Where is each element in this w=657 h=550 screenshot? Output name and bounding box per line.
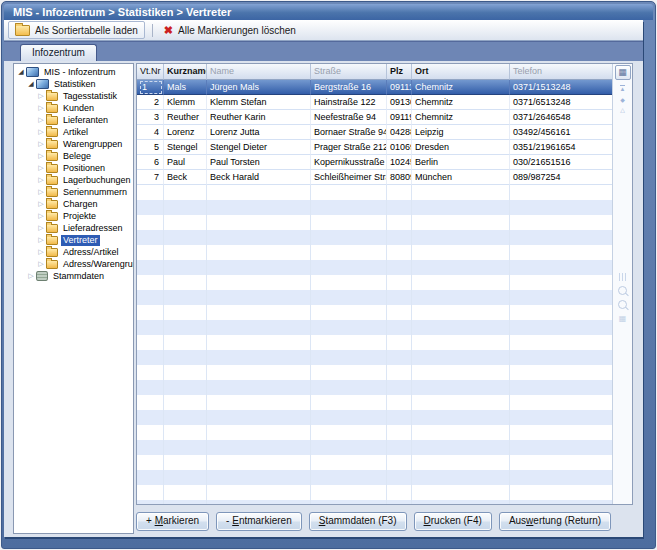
load-sort-table-button[interactable]: Als Sortiertabelle laden: [8, 21, 145, 39]
markieren-button[interactable]: + Markieren: [136, 512, 209, 531]
tree-item-vertreter[interactable]: ▷Vertreter: [14, 234, 133, 246]
expand-arrow-icon[interactable]: ▷: [37, 116, 45, 124]
scroll-to-top-icon[interactable]: ▲: [620, 85, 626, 93]
expand-arrow-icon[interactable]: ▷: [37, 140, 45, 148]
empty-cell: [207, 245, 311, 260]
column-header-plz[interactable]: Plz: [387, 64, 412, 80]
scrollbar-thumb[interactable]: [619, 273, 626, 281]
column-header-name[interactable]: Name: [207, 64, 311, 80]
expand-arrow-icon[interactable]: ▷: [37, 164, 45, 172]
empty-cell: [387, 335, 412, 350]
folder-icon: [46, 152, 58, 161]
table-row[interactable]: 6PaulPaul TorstenKopernikusstraße 471024…: [137, 155, 613, 170]
expand-arrow-icon[interactable]: ▷: [27, 272, 35, 280]
tree-item-stammdaten[interactable]: ▷Stammdaten: [14, 270, 133, 282]
empty-row: [137, 380, 613, 395]
column-header-kurzname[interactable]: Kurzname: [164, 64, 207, 80]
tree-item-adress-artikel[interactable]: ▷Adress/Artikel: [14, 246, 133, 258]
clear-marks-button[interactable]: ✖ Alle Markierungen löschen: [160, 25, 300, 36]
auswertung-return-button[interactable]: Auswertung (Return): [499, 512, 611, 531]
position-marker-icon[interactable]: ◆: [620, 97, 625, 103]
grid-nav-icons: ▲ ◆ △: [620, 85, 626, 113]
column-header-stra-e[interactable]: Straße: [311, 64, 387, 80]
tree-item-lagerbuchungen[interactable]: ▷Lagerbuchungen: [14, 174, 133, 186]
tree-item-tagesstatistik[interactable]: ▷Tagesstatistik: [14, 90, 133, 102]
tree: ◢MIS - Infozentrum◢Statistiken▷Tagesstat…: [13, 63, 134, 534]
tab-infozentrum[interactable]: Infozentrum: [20, 44, 97, 61]
column-header-vt-nr[interactable]: Vt.Nr▼: [137, 64, 164, 80]
tree-item-mis-infozentrum[interactable]: ◢MIS - Infozentrum: [14, 66, 133, 78]
cell-plz: 10245: [387, 155, 412, 170]
column-header-ort[interactable]: Ort: [412, 64, 510, 80]
tree-item-belege[interactable]: ▷Belege: [14, 150, 133, 162]
cell-kurzname: Stengel: [164, 140, 207, 155]
tree-item-artikel[interactable]: ▷Artikel: [14, 126, 133, 138]
column-header-telefon[interactable]: Telefon: [510, 64, 613, 80]
tree-item-seriennummern[interactable]: ▷Seriennummern: [14, 186, 133, 198]
empty-cell: [311, 395, 387, 410]
empty-cell: [387, 260, 412, 275]
entmarkieren-button[interactable]: - Entmarkieren: [216, 512, 302, 531]
expand-arrow-icon[interactable]: ▷: [37, 128, 45, 136]
expand-arrow-icon[interactable]: ▷: [37, 200, 45, 208]
empty-cell: [164, 470, 207, 485]
empty-cell: [510, 185, 613, 200]
tree-item-kunden[interactable]: ▷Kunden: [14, 102, 133, 114]
column-chooser-icon[interactable]: ▦: [615, 65, 631, 80]
empty-cell: [207, 320, 311, 335]
expand-arrow-icon[interactable]: ▷: [37, 260, 45, 268]
empty-row: [137, 215, 613, 230]
expand-arrow-icon[interactable]: ▷: [37, 92, 45, 100]
table-view-icon[interactable]: ▦: [619, 314, 627, 323]
empty-cell: [412, 260, 510, 275]
scroll-up-icon[interactable]: △: [620, 107, 625, 113]
table-row[interactable]: 3ReutherReuther KarinNeefestraße 9409119…: [137, 110, 613, 125]
tree-item-adress-warengruppen[interactable]: ▷Adress/Warengruppen: [14, 258, 133, 270]
collapse-arrow-icon[interactable]: ◢: [27, 80, 35, 88]
table-row[interactable]: 5StengelStengel DieterPrager Straße 2120…: [137, 140, 613, 155]
empty-cell: [412, 215, 510, 230]
stammdaten-f3-button[interactable]: Stammdaten (F3): [309, 512, 407, 531]
empty-cell: [164, 440, 207, 455]
expand-arrow-icon[interactable]: ▷: [37, 224, 45, 232]
titlebar[interactable]: MIS - Infozentrum > Statistiken > Vertre…: [4, 4, 653, 20]
empty-cell: [137, 245, 164, 260]
empty-row: [137, 410, 613, 425]
tree-item-statistiken[interactable]: ◢Statistiken: [14, 78, 133, 90]
empty-cell: [311, 335, 387, 350]
tree-item-positionen[interactable]: ▷Positionen: [14, 162, 133, 174]
table-row[interactable]: 1MalsJürgen MalsBergstraße 1609111Chemni…: [137, 80, 613, 95]
expand-arrow-icon[interactable]: ▷: [37, 104, 45, 112]
table-row[interactable]: 4LorenzLorenz JuttaBornaer Straße 940428…: [137, 125, 613, 140]
expand-arrow-icon[interactable]: ▷: [37, 188, 45, 196]
expand-arrow-icon[interactable]: ▷: [37, 248, 45, 256]
tree-item-lieferanten[interactable]: ▷Lieferanten: [14, 114, 133, 126]
empty-cell: [311, 200, 387, 215]
empty-cell: [137, 380, 164, 395]
zoom-icon[interactable]: [618, 300, 627, 309]
window-title: MIS - Infozentrum > Statistiken > Vertre…: [13, 6, 231, 18]
empty-cell: [137, 230, 164, 245]
expand-arrow-icon[interactable]: ▷: [37, 236, 45, 244]
collapse-arrow-icon[interactable]: ◢: [17, 68, 25, 76]
tree-item-chargen[interactable]: ▷Chargen: [14, 198, 133, 210]
cell-ort: Leipzig: [412, 125, 510, 140]
tree-item-warengruppen[interactable]: ▷Warengruppen: [14, 138, 133, 150]
tree-item-lieferadressen[interactable]: ▷Lieferadressen: [14, 222, 133, 234]
empty-cell: [164, 320, 207, 335]
table-row[interactable]: 7BeckBeck HaraldSchleißheimer Straße 378…: [137, 170, 613, 185]
expand-arrow-icon[interactable]: ▷: [37, 212, 45, 220]
drucken-f4-button[interactable]: Drucken (F4): [414, 512, 492, 531]
tree-item-projekte[interactable]: ▷Projekte: [14, 210, 133, 222]
cell-ort: Chemnitz: [412, 95, 510, 110]
tree-item-label: Lieferanten: [61, 115, 110, 126]
folder-icon: [46, 188, 58, 197]
empty-cell: [207, 395, 311, 410]
table-row[interactable]: 2KlemmKlemm StefanHainstraße 12209130Che…: [137, 95, 613, 110]
expand-arrow-icon[interactable]: ▷: [37, 152, 45, 160]
tree-item-label: Artikel: [61, 127, 90, 138]
empty-cell: [311, 275, 387, 290]
expand-arrow-icon[interactable]: ▷: [37, 176, 45, 184]
search-icon[interactable]: [618, 286, 627, 295]
empty-cell: [387, 185, 412, 200]
